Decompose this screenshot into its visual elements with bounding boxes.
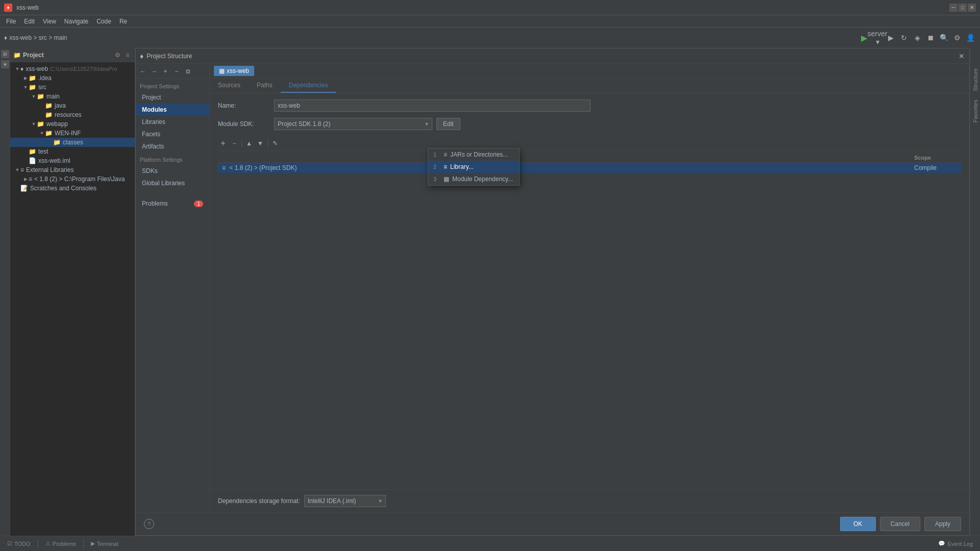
menu-file[interactable]: File [2, 17, 20, 26]
help-icon-btn[interactable]: ? [144, 519, 154, 529]
nav-item-modules[interactable]: Modules [136, 104, 209, 116]
structure-label[interactable]: Structure [972, 68, 978, 91]
deps-toolbar-sep1 [241, 139, 242, 147]
ide-content-row: ⊞ ★ 📁 Project ⚙ ≡ ▼ ♦ xss-web C:\Users\E… [0, 48, 980, 536]
form-area: Name: Module SDK: Project SDK 1.8 (2) [210, 93, 969, 489]
project-panel-settings-btn[interactable]: ⚙ [113, 51, 121, 59]
ok-btn[interactable]: OK [840, 517, 876, 531]
toolbar-btn-extra2[interactable]: ⏹ [925, 32, 936, 43]
project-panel-title: Project [23, 52, 111, 59]
menu-re[interactable]: Re [115, 17, 131, 26]
tree-resources-arrow [39, 112, 45, 117]
tree-node-iml[interactable]: 📄 xss-web.iml [10, 156, 135, 165]
todo-icon: ☑ [7, 540, 12, 547]
dropdown-item-jars[interactable]: 1 ≡ JARs or Directories... [428, 148, 519, 161]
storage-row: Dependencies storage format: IntelliJ ID… [210, 489, 969, 512]
search-everywhere-btn[interactable]: 🔍 [938, 32, 949, 43]
ide-right-sidebar: Structure Favorites [970, 48, 980, 536]
editor-area: ♦ Project Structure ✕ ← → + − ⧉ [135, 48, 970, 536]
tree-node-scratches[interactable]: 📝 Scratches and Consoles [10, 184, 135, 193]
nav-item-problems[interactable]: Problems 1 [136, 197, 209, 210]
module-item-xssweb[interactable]: ▦ xss-web [214, 66, 254, 76]
nav-back-btn[interactable]: ← [138, 66, 148, 77]
todo-status[interactable]: ☑ TODO [4, 539, 34, 548]
deps-edit-btn[interactable]: ✎ [270, 138, 280, 148]
tab-paths[interactable]: Paths [249, 79, 281, 93]
cancel-btn[interactable]: Cancel [880, 517, 920, 531]
tree-node-resources[interactable]: 📁 resources [10, 110, 135, 119]
tree-node-webapp[interactable]: ▼ 📁 webapp [10, 119, 135, 129]
menu-view[interactable]: View [39, 17, 60, 26]
edit-sdk-btn[interactable]: Edit [436, 118, 460, 130]
module-sdk-select[interactable]: Project SDK 1.8 (2) [274, 118, 432, 130]
problems-status[interactable]: ⚠ Problems [42, 539, 79, 548]
nav-copy-btn[interactable]: ⧉ [183, 66, 193, 77]
terminal-label: Terminal [97, 541, 118, 547]
dropdown-item-library[interactable]: 2 ≡ Library... [428, 161, 519, 173]
project-panel-extra-btn[interactable]: ≡ [124, 51, 132, 59]
dialog-close-btn[interactable]: ✕ [958, 53, 965, 60]
tree-scratches-arrow [14, 186, 20, 191]
menu-edit[interactable]: Edit [20, 17, 39, 26]
module-icon: ▦ [219, 67, 225, 74]
nav-item-project[interactable]: Project [136, 91, 209, 104]
tree-node-jdk[interactable]: ▶ ≡ < 1.8 (2) > C:\Program Files\Java [10, 174, 135, 184]
run-config-btn[interactable]: server ▾ [872, 32, 883, 43]
sync-btn[interactable]: ↻ [898, 32, 910, 43]
nav-item-global-libraries[interactable]: Global Libraries [136, 177, 209, 189]
nav-item-artifacts[interactable]: Artifacts [136, 140, 209, 153]
tree-test-label: test [38, 148, 48, 155]
maximize-btn[interactable]: □ [959, 4, 967, 12]
storage-select[interactable]: IntelliJ IDEA (.iml) Eclipse (.classpath… [304, 495, 386, 507]
ide-left-sidebar: ⊞ ★ [0, 48, 10, 536]
tree-node-classes[interactable]: 📁 classes [10, 138, 135, 147]
tree-node-external-libs[interactable]: ▼ ≡ External Libraries [10, 165, 135, 174]
profile-btn[interactable]: 👤 [965, 32, 976, 43]
name-input[interactable] [274, 99, 591, 112]
apply-btn[interactable]: Apply [924, 517, 961, 531]
tab-sources[interactable]: Sources [210, 79, 249, 93]
favorites-label[interactable]: Favorites [972, 99, 978, 122]
tree-node-idea[interactable]: ▶ 📁 .idea [10, 73, 135, 83]
deps-table: Scope ≡ < 1.8 (2) > (Project SDK) [218, 153, 961, 173]
nav-item-libraries[interactable]: Libraries [136, 116, 209, 128]
deps-remove-btn[interactable]: − [229, 138, 239, 148]
deps-down-btn[interactable]: ▼ [255, 138, 265, 148]
event-log-status[interactable]: 💬 Event Log [935, 539, 976, 548]
nav-add-btn[interactable]: + [160, 66, 170, 77]
tree-root[interactable]: ▼ ♦ xss-web C:\Users\E105279\IdeaPro [10, 64, 135, 73]
tree-node-src[interactable]: ▼ 📁 src [10, 83, 135, 92]
tree-extlibs-icon: ≡ [20, 166, 24, 173]
dropdown-item-module-dep[interactable]: 3 ▦ Module Dependency... [428, 173, 519, 185]
dropdown-icon-jars: ≡ [444, 151, 447, 158]
nav-item-sdks[interactable]: SDKs [136, 165, 209, 177]
tree-node-java[interactable]: 📁 java [10, 101, 135, 110]
terminal-status[interactable]: ▶ Terminal [88, 539, 121, 548]
tree-src-icon: 📁 [29, 84, 36, 91]
tree-classes-arrow [47, 140, 53, 145]
tree-node-weninf[interactable]: ▼ 📁 WEN-INF [10, 129, 135, 138]
tab-dependencies[interactable]: Dependencies [281, 79, 336, 93]
add-icon: + [220, 139, 225, 148]
left-icon-2[interactable]: ★ [1, 60, 9, 68]
dep-name-0: < 1.8 (2) > (Project SDK) [229, 164, 297, 171]
deps-col-scope: Scope [910, 153, 961, 163]
settings-btn[interactable]: ⚙ [951, 32, 963, 43]
deps-add-btn[interactable]: + [218, 138, 228, 148]
tree-node-test[interactable]: 📁 test [10, 147, 135, 156]
tree-node-main[interactable]: ▼ 📁 main [10, 92, 135, 101]
nav-item-facets[interactable]: Facets [136, 128, 209, 140]
menu-navigate[interactable]: Navigate [60, 17, 92, 26]
nav-forward-btn[interactable]: → [149, 66, 159, 77]
project-structure-dialog: ♦ Project Structure ✕ ← → + − ⧉ [135, 48, 970, 536]
build-btn[interactable]: ▶ [885, 32, 896, 43]
nav-remove-btn[interactable]: − [172, 66, 182, 77]
toolbar-btn-extra1[interactable]: ◈ [912, 32, 923, 43]
left-icon-1[interactable]: ⊞ [1, 50, 9, 58]
deps-row-0[interactable]: ≡ < 1.8 (2) > (Project SDK) Compile [218, 163, 961, 173]
tree-root-path: C:\Users\E105279\IdeaPro [50, 66, 117, 72]
deps-up-btn[interactable]: ▲ [244, 138, 254, 148]
menu-code[interactable]: Code [92, 17, 115, 26]
close-btn[interactable]: ✕ [968, 4, 976, 12]
minimize-btn[interactable]: ─ [949, 4, 958, 12]
